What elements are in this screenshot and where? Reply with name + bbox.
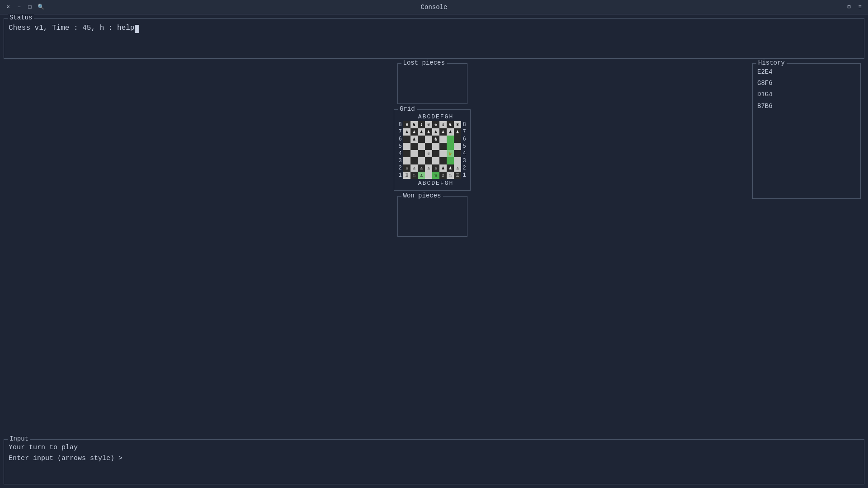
cell-4h [454,150,461,157]
cell-4d: ♕ [425,150,432,157]
center-area: Lost pieces Grid ABCDEFGH 8 ♜ ♞ ♝ ♛ [387,63,477,435]
cell-3b [410,157,418,164]
cell-1g: ♘ [447,172,454,179]
cell-7f: ♟ [439,128,447,136]
cell-1b: ♘ [410,172,418,179]
cell-6a [403,136,410,143]
board-row-3: 3 3 [397,157,467,164]
cells-6: ♟ ♞ [403,136,461,143]
cell-1c: ♙ [418,172,425,179]
titlebar-right-controls: ⊞ ≡ [845,4,863,11]
titlebar-left-controls: × − □ 🔍 [5,4,44,11]
cells-8: ♜ ♞ ♝ ♛ ♚ ♝ ♞ ♜ [403,121,461,128]
cell-6f [439,136,447,143]
titlebar: × − □ 🔍 Console ⊞ ≡ [0,0,868,14]
bottom-col-labels: ABCDEFGH [397,179,467,188]
cell-2f: ♟ [439,164,447,172]
cells-4: ♕ ♛ [403,150,461,157]
cell-7e: ♟ [432,128,439,136]
row-label-8r: 8 [461,122,467,128]
cell-3d [425,157,432,164]
cell-2e: ♙ [432,164,439,172]
menu-icon[interactable]: ≡ [856,4,863,11]
input-line2[interactable]: Enter input (arrows style) > [9,453,859,464]
cell-7b: ♟ [410,128,418,136]
cell-7d: ♟ [425,128,432,136]
cell-5b [410,143,418,150]
close-button[interactable]: × [5,4,12,11]
row-label-3r: 3 [461,158,467,164]
cell-8c: ♝ [418,121,425,128]
cell-3g [447,157,454,164]
board-row-4: 4 ♕ ♛ 4 [397,150,467,157]
cell-7c: ♟ [418,128,425,136]
status-label: Status [8,14,34,21]
cells-1: ♖ ♘ ♙ ♕ ♗ ♘ ♖ [403,172,461,179]
cell-3h [454,157,461,164]
cell-4f [439,150,447,157]
board-row-8: 8 ♜ ♞ ♝ ♛ ♚ ♝ ♞ ♜ 8 [397,121,467,128]
cell-3a [403,157,410,164]
row-label-6: 6 [397,136,403,142]
row-label-1: 1 [397,172,403,178]
cell-4e [432,150,439,157]
cell-5f [439,143,447,150]
board-row-1: 1 ♖ ♘ ♙ ♕ ♗ ♘ ♖ 1 [397,172,467,179]
board-row-2: 2 ♙ ♙ ♙ ♙ ♙ ♟ ♟ ♙ 2 [397,164,467,172]
chess-board: ABCDEFGH 8 ♜ ♞ ♝ ♛ ♚ ♝ ♞ ♜ [397,113,467,188]
cell-1f: ♗ [439,172,447,179]
won-pieces-box: Won pieces [397,196,467,237]
titlebar-title: Console [421,4,448,11]
status-text: Chess v1, Time : 45, h : help [9,23,859,33]
history-move-1: E2E4 G8F6 D1G4 B7B6 [757,66,856,112]
cell-6g [447,136,454,143]
history-box: History E2E4 G8F6 D1G4 B7B6 [752,63,861,199]
cell-6c [418,136,425,143]
history-label: History [756,59,787,66]
cell-1d [425,172,432,179]
status-box: Status Chess v1, Time : 45, h : help [4,18,864,59]
cell-3f [439,157,447,164]
cell-5d [425,143,432,150]
row-label-2r: 2 [461,165,467,171]
cell-5e [432,143,439,150]
row-label-4r: 4 [461,150,467,157]
cell-6d [425,136,432,143]
cell-1a: ♖ [403,172,410,179]
board-row-6: 6 ♟ ♞ 6 [397,136,467,143]
cell-8e: ♚ [432,121,439,128]
cell-3e [432,157,439,164]
cell-8b: ♞ [410,121,418,128]
main-content: Status Chess v1, Time : 45, h : help Los… [0,14,868,488]
grid-label: Grid [398,105,417,113]
row-label-7: 7 [397,129,403,135]
search-icon[interactable]: 🔍 [37,4,44,11]
maximize-button[interactable]: □ [26,4,33,11]
cell-7h: ♟ [454,128,461,136]
input-box[interactable]: Input Your turn to play Enter input (arr… [4,439,864,484]
cell-4c [418,150,425,157]
cell-4a [403,150,410,157]
cells-5 [403,143,461,150]
cell-5c [418,143,425,150]
row-label-8: 8 [397,122,403,128]
cell-8d: ♛ [425,121,432,128]
cell-4b [410,150,418,157]
minimize-button[interactable]: − [15,4,23,11]
cell-6b: ♟ [410,136,418,143]
cell-7g: ♟ [447,128,454,136]
cell-7a: ♟ [403,128,410,136]
won-pieces-label: Won pieces [401,192,443,199]
cells-2: ♙ ♙ ♙ ♙ ♙ ♟ ♟ ♙ [403,164,461,172]
board-row-5: 5 5 [397,143,467,150]
grid-icon[interactable]: ⊞ [845,4,853,11]
cell-1e: ♕ [432,172,439,179]
row-label-7r: 7 [461,129,467,135]
cells-3 [403,157,461,164]
right-area: History E2E4 G8F6 D1G4 B7B6 [477,63,864,435]
cell-6e: ♞ [432,136,439,143]
grid-box: Grid ABCDEFGH 8 ♜ ♞ ♝ ♛ ♚ ♝ ♞ [394,109,471,191]
cell-2d: ♙ [425,164,432,172]
cell-8g: ♞ [447,121,454,128]
lost-pieces-box: Lost pieces [397,63,467,104]
